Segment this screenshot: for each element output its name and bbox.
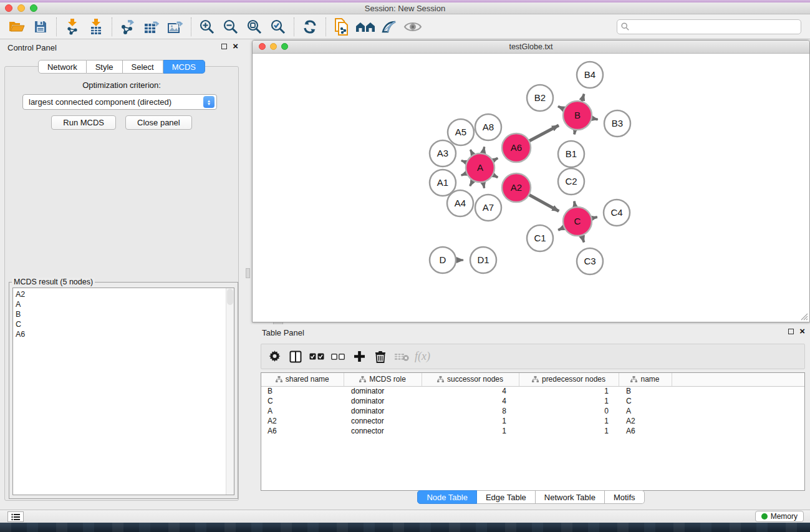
tab-style[interactable]: Style xyxy=(87,60,123,74)
zoom-selected-button[interactable] xyxy=(266,17,290,37)
cell-shared-name[interactable]: C xyxy=(261,396,344,406)
cell-name[interactable]: A6 xyxy=(619,426,672,436)
graph-node-A1[interactable]: A1 xyxy=(430,170,456,196)
first-neighbors-button[interactable] xyxy=(354,17,377,37)
column-header-name[interactable]: name xyxy=(619,373,672,386)
cell-MCDS-role[interactable]: dominator xyxy=(344,386,422,396)
table-row[interactable]: Cdominator41C xyxy=(261,396,804,406)
tab-motifs[interactable]: Motifs xyxy=(605,490,645,504)
graph-node-B2[interactable]: B2 xyxy=(527,85,553,111)
cell-name[interactable]: A2 xyxy=(619,416,672,426)
cell-shared-name[interactable]: A6 xyxy=(261,426,344,436)
export-image-button[interactable] xyxy=(163,17,187,37)
zoom-in-button[interactable] xyxy=(195,17,219,37)
graph-node-B[interactable]: B xyxy=(563,101,592,130)
table-row[interactable]: Adominator80A xyxy=(261,406,804,416)
column-header-MCDS-role[interactable]: MCDS role xyxy=(344,373,422,386)
run-mcds-button[interactable]: Run MCDS xyxy=(51,115,116,130)
cell-predecessor-nodes[interactable]: 0 xyxy=(519,406,619,416)
column-header-successor-nodes[interactable]: successor nodes xyxy=(422,373,519,386)
tab-network-table[interactable]: Network Table xyxy=(536,490,605,504)
graph-node-A3[interactable]: A3 xyxy=(430,140,456,167)
cell-MCDS-role[interactable]: dominator xyxy=(344,406,422,416)
search-input[interactable] xyxy=(632,22,797,31)
graph-node-C1[interactable]: C1 xyxy=(527,225,553,251)
refresh-button[interactable] xyxy=(298,17,322,37)
graph-node-B4[interactable]: B4 xyxy=(577,62,603,88)
column-header-shared-name[interactable]: shared name xyxy=(261,373,344,386)
task-history-button[interactable] xyxy=(7,511,24,522)
table-row[interactable]: Bdominator41B xyxy=(261,386,804,396)
mcds-result-item[interactable]: B xyxy=(16,309,225,319)
graph-node-D[interactable]: D xyxy=(430,247,456,273)
graph-node-C4[interactable]: C4 xyxy=(604,200,630,226)
close-panel-icon[interactable]: × xyxy=(233,43,238,49)
resize-grip-icon[interactable] xyxy=(799,312,808,321)
create-column-button[interactable] xyxy=(350,347,369,366)
graph-node-A5[interactable]: A5 xyxy=(448,119,474,145)
unselect-all-columns-button[interactable] xyxy=(329,347,347,366)
float-table-panel-icon[interactable] xyxy=(788,329,794,334)
tab-network[interactable]: Network xyxy=(38,60,87,74)
table-row[interactable]: A6connector11A6 xyxy=(261,426,804,436)
zoom-out-button[interactable] xyxy=(219,17,243,37)
graph-node-A[interactable]: A xyxy=(466,153,494,182)
tab-edge-table[interactable]: Edge Table xyxy=(477,490,536,504)
graph-node-A8[interactable]: A8 xyxy=(475,114,501,140)
cell-successor-nodes[interactable]: 1 xyxy=(422,426,519,436)
graph-node-B1[interactable]: B1 xyxy=(558,141,584,167)
mcds-result-item[interactable]: A2 xyxy=(16,289,225,299)
export-table-button[interactable] xyxy=(140,17,163,37)
show-hidden-button[interactable] xyxy=(401,17,425,37)
graph-node-A4[interactable]: A4 xyxy=(447,190,473,216)
tab-mcds[interactable]: MCDS xyxy=(163,60,205,74)
select-all-columns-button[interactable] xyxy=(307,347,326,366)
network-window-titlebar[interactable]: testGlobe.txt xyxy=(253,41,809,54)
cell-name[interactable]: B xyxy=(619,386,672,396)
cell-successor-nodes[interactable]: 8 xyxy=(422,406,519,416)
show-columns-button[interactable] xyxy=(286,347,305,366)
search-field[interactable] xyxy=(617,19,801,34)
mcds-result-item[interactable]: A xyxy=(16,299,225,309)
save-session-button[interactable] xyxy=(29,17,52,37)
memory-button[interactable]: Memory xyxy=(755,511,804,522)
cell-predecessor-nodes[interactable]: 1 xyxy=(519,386,619,396)
cell-MCDS-role[interactable]: dominator xyxy=(344,396,422,406)
close-table-panel-icon[interactable]: × xyxy=(799,328,805,334)
mcds-result-item[interactable]: A6 xyxy=(16,329,225,339)
cell-MCDS-role[interactable]: connector xyxy=(344,416,422,426)
cell-predecessor-nodes[interactable]: 1 xyxy=(519,396,619,406)
cell-name[interactable]: C xyxy=(619,396,672,406)
criterion-dropdown[interactable]: largest connected component (directed) ▲… xyxy=(22,94,217,110)
cell-predecessor-nodes[interactable]: 1 xyxy=(519,426,619,436)
network-canvas[interactable]: B4B2BB3A5A8A6B1A3AC2A1A2A4A7C4CC1C3DD1 xyxy=(253,54,809,322)
cell-predecessor-nodes[interactable]: 1 xyxy=(519,416,619,426)
table-settings-button[interactable] xyxy=(265,347,284,366)
import-network-button[interactable] xyxy=(60,17,84,37)
import-table-button[interactable] xyxy=(84,17,108,37)
table-row[interactable]: A2connector11A2 xyxy=(261,416,804,426)
tab-select[interactable]: Select xyxy=(123,60,163,74)
delete-table-button[interactable] xyxy=(392,347,411,366)
mcds-list-scrollbar[interactable] xyxy=(226,288,234,495)
cell-successor-nodes[interactable]: 4 xyxy=(422,396,519,406)
network-from-file-button[interactable] xyxy=(330,17,354,37)
cell-successor-nodes[interactable]: 1 xyxy=(422,416,519,426)
zoom-fit-button[interactable] xyxy=(243,17,266,37)
graph-node-C2[interactable]: C2 xyxy=(558,168,584,195)
cell-shared-name[interactable]: B xyxy=(261,386,344,396)
graph-node-A6[interactable]: A6 xyxy=(502,133,531,162)
float-panel-icon[interactable] xyxy=(221,44,227,49)
tab-node-table[interactable]: Node Table xyxy=(417,490,477,504)
mcds-result-item[interactable]: C xyxy=(16,319,225,329)
cell-name[interactable]: A xyxy=(619,406,672,416)
cell-shared-name[interactable]: A xyxy=(261,406,344,416)
open-session-button[interactable] xyxy=(5,17,29,37)
vertical-split-handle[interactable] xyxy=(246,268,250,278)
cell-shared-name[interactable]: A2 xyxy=(261,416,344,426)
graph-node-B3[interactable]: B3 xyxy=(604,110,630,137)
export-network-button[interactable] xyxy=(116,17,140,37)
cell-MCDS-role[interactable]: connector xyxy=(344,426,422,436)
function-builder-button[interactable]: f(x) xyxy=(413,347,430,366)
graph-node-C[interactable]: C xyxy=(563,207,592,236)
